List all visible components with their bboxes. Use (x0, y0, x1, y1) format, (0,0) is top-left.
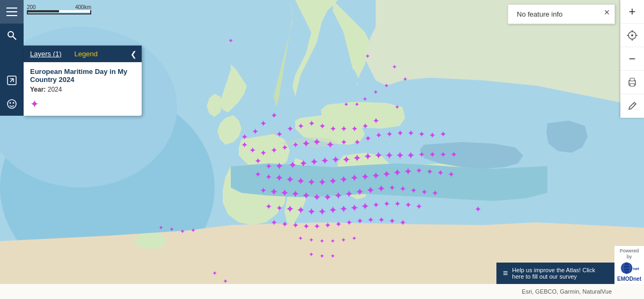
draw-button[interactable] (620, 94, 644, 118)
feature-info-panel: No feature info ✕ (508, 4, 615, 24)
sidebar-tabs: Layers (1) Legend ❮ (24, 46, 142, 62)
year-label: Year: (30, 86, 48, 93)
search-button[interactable] (0, 24, 24, 47)
share-button[interactable] (0, 69, 24, 92)
menu-button[interactable] (0, 0, 24, 24)
left-toolbar (0, 0, 24, 116)
print-button[interactable] (620, 71, 644, 94)
svg-line-11 (10, 79, 13, 82)
emodnet-brand: EMODnet (617, 276, 641, 282)
svg-line-24 (633, 103, 635, 105)
svg-point-3 (134, 233, 166, 249)
bottom-attribution-bar: Esri, GEBCO, Garmin, NaturalVue (0, 284, 644, 299)
svg-rect-7 (6, 15, 17, 16)
svg-point-12 (8, 100, 16, 108)
legend-tab[interactable]: Legend (68, 46, 104, 62)
help-banner[interactable]: ≡ Help us improve the Atlas! Click here … (496, 263, 614, 284)
feature-info-text: No feature info (517, 10, 562, 18)
svg-rect-23 (630, 84, 634, 86)
svg-point-14 (13, 102, 14, 104)
right-toolbar: + − (620, 0, 644, 118)
help-banner-text: Help us improve the Atlas! Click here to… (512, 267, 608, 280)
svg-point-4 (193, 271, 215, 281)
sidebar-collapse-button[interactable]: ❮ (126, 46, 142, 62)
svg-rect-5 (6, 8, 17, 9)
sidebar-content: European Maritime Day in My Country 2024… (24, 62, 142, 116)
help-banner-icon: ≡ (503, 268, 508, 278)
powered-by-label: Powered by (617, 248, 642, 260)
zoom-in-button[interactable]: + (620, 0, 644, 24)
zoom-out-button[interactable]: − (620, 47, 644, 71)
scale-label: 200 400km (27, 4, 91, 10)
feature-info-close-button[interactable]: ✕ (604, 8, 610, 17)
emodnet-logo: net (619, 261, 640, 276)
sidebar-panel: Layers (1) Legend ❮ European Maritime Da… (24, 46, 142, 116)
year-value: 2024 (48, 86, 62, 93)
map-background (0, 0, 644, 299)
powered-by-panel: Powered by net EMODnet (614, 246, 644, 284)
layer-year: Year: 2024 (30, 86, 135, 93)
svg-rect-22 (630, 78, 634, 81)
scale-line (27, 10, 91, 14)
scale-bar: 200 400km (27, 4, 91, 14)
feedback-button[interactable] (0, 92, 24, 116)
svg-line-9 (13, 36, 16, 40)
gps-button[interactable] (620, 24, 644, 47)
svg-point-8 (8, 32, 13, 37)
layers-tab[interactable]: Layers (1) (24, 46, 68, 62)
svg-point-16 (631, 34, 633, 36)
attribution-text: Esri, GEBCO, Garmin, NaturalVue (522, 288, 612, 295)
map-container[interactable]: ✦✦✦✦✦✦✦✦✦✦✦✦✦✦✦✦✦✦✦✦✦✦✦✦✦✦✦✦✦✦✦✦✦✦✦✦✦✦✦✦… (0, 0, 644, 299)
svg-text:net: net (633, 266, 639, 271)
svg-rect-6 (6, 11, 17, 12)
legend-star-icon: ✦ (30, 98, 135, 110)
svg-point-13 (10, 102, 11, 104)
layer-title: European Maritime Day in My Country 2024 (30, 68, 135, 84)
